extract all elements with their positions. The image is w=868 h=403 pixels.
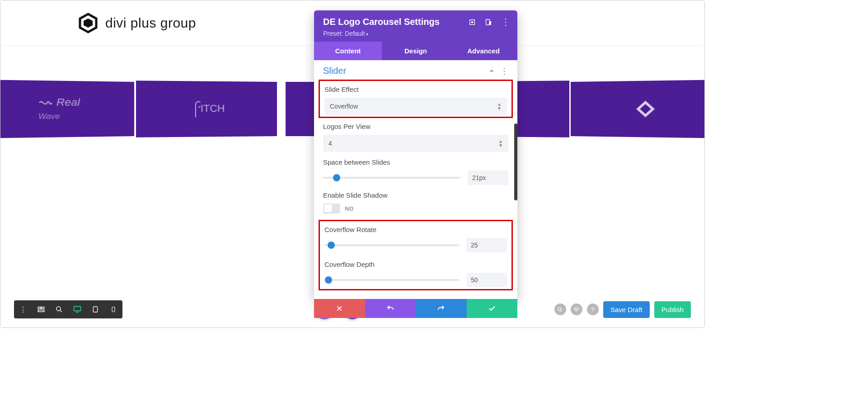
field-logos-per-view: Logos Per View 4 ▲▼ [314, 118, 517, 154]
field-label: Space between Slides [323, 158, 508, 166]
tab-content[interactable]: Content [314, 42, 382, 60]
site-logo: divi plus group [77, 12, 196, 34]
svg-rect-7 [38, 307, 41, 309]
svg-point-10 [56, 307, 61, 311]
tab-advanced[interactable]: Advanced [450, 42, 517, 60]
logos-per-view-select[interactable]: 4 ▲▼ [323, 135, 508, 152]
svg-rect-9 [38, 310, 44, 312]
save-draft-button[interactable]: Save Draft [603, 301, 650, 318]
field-label: Slide Effect [324, 85, 507, 93]
modal-preset[interactable]: Preset: Default▾ [323, 30, 508, 37]
kebab-icon[interactable]: ⋮ [500, 66, 508, 76]
slider-thumb[interactable] [328, 242, 335, 249]
chevron-up-icon[interactable] [488, 68, 495, 74]
undo-icon [386, 304, 394, 313]
space-between-value[interactable]: 21px [468, 171, 508, 185]
svg-rect-8 [42, 307, 44, 309]
svg-point-15 [558, 308, 562, 311]
check-icon [488, 304, 496, 313]
carousel-tile: ITCH [136, 81, 277, 137]
select-value: Coverflow [330, 103, 358, 110]
kebab-icon[interactable]: ⋮ [501, 19, 508, 26]
svg-rect-11 [74, 306, 81, 311]
toggle-knob [324, 204, 332, 213]
layers-icon[interactable] [571, 303, 582, 315]
section-header-slider[interactable]: Slider ⋮ [314, 60, 517, 80]
coverflow-rotate-value[interactable]: 25 [466, 238, 507, 252]
field-label: Logos Per View [323, 123, 508, 130]
logo-pitch: ITCH [191, 100, 225, 118]
wireframe-view-icon[interactable] [32, 300, 50, 318]
view-controls: ⋮ [14, 300, 122, 318]
svg-rect-13 [112, 307, 115, 312]
modal-body: Slider ⋮ Slide Effect Coverflow ▲▼ Logos… [314, 60, 517, 295]
slide-effect-select[interactable]: Coverflow ▲▼ [324, 98, 507, 115]
field-enable-shadow: Enable Slide Shadow NO [314, 187, 517, 215]
site-brand-text: divi plus group [105, 15, 196, 31]
settings-modal: DE Logo Carousel Settings ⋮ Preset: Defa… [314, 10, 517, 300]
field-coverflow-group: Coverflow Rotate 25 Coverflow Depth 50 [319, 220, 513, 290]
modal-header: DE Logo Carousel Settings ⋮ Preset: Defa… [314, 10, 517, 42]
publish-button[interactable]: Publish [654, 301, 691, 318]
svg-rect-12 [93, 307, 97, 312]
section-title: Slider [323, 66, 346, 76]
slider-thumb[interactable] [333, 174, 340, 181]
modal-cancel-button[interactable] [314, 299, 365, 318]
svg-rect-6 [489, 21, 491, 25]
select-value: 4 [328, 140, 332, 147]
enable-shadow-toggle[interactable] [323, 204, 340, 213]
menu-icon[interactable]: ⋮ [14, 300, 32, 318]
modal-undo-button[interactable] [365, 299, 416, 318]
coverflow-depth-value[interactable]: 50 [466, 273, 507, 287]
tab-design[interactable]: Design [382, 42, 450, 60]
svg-marker-1 [84, 19, 93, 28]
select-arrows-icon: ▲▼ [497, 102, 502, 110]
redo-icon [437, 304, 445, 313]
field-label: Coverflow Depth [324, 261, 507, 268]
scrollbar-thumb[interactable] [514, 123, 517, 200]
expand-icon[interactable] [469, 19, 476, 26]
brand-hex-icon [77, 12, 99, 34]
modal-redo-button[interactable] [416, 299, 467, 318]
svg-rect-2 [638, 102, 653, 115]
desktop-view-icon[interactable] [68, 300, 86, 318]
zoom-view-icon[interactable] [50, 300, 68, 318]
wave-icon [38, 96, 53, 109]
builder-right-controls: ? Save Draft Publish [554, 301, 691, 318]
field-slide-effect-group: Slide Effect Coverflow ▲▼ [319, 80, 513, 118]
phone-view-icon[interactable] [104, 300, 122, 318]
svg-rect-4 [471, 21, 473, 23]
pitch-icon [191, 100, 200, 118]
tablet-view-icon[interactable] [86, 300, 104, 318]
slider-thumb[interactable] [325, 276, 332, 284]
carousel-tile [571, 80, 705, 138]
help-icon[interactable]: ? [587, 303, 599, 315]
field-label: Enable Slide Shadow [323, 191, 508, 199]
modal-confirm-button[interactable] [467, 299, 518, 318]
logo-realwave: Real Wave [38, 96, 80, 122]
diamond-icon [635, 100, 656, 119]
space-between-slider[interactable] [323, 177, 460, 179]
carousel-tile: Real Wave [0, 80, 134, 138]
modal-footer [314, 299, 517, 318]
coverflow-depth-slider[interactable] [324, 279, 459, 281]
responsive-icon[interactable] [485, 19, 492, 26]
modal-title: DE Logo Carousel Settings [323, 17, 440, 27]
close-icon [336, 305, 343, 312]
search-icon[interactable] [554, 303, 566, 315]
select-arrows-icon: ▲▼ [498, 139, 503, 147]
field-space-between: Space between Slides 21px [314, 154, 517, 187]
field-label: Coverflow Rotate [324, 226, 507, 233]
toggle-state-label: NO [345, 205, 354, 212]
modal-tabs: Content Design Advanced [314, 42, 517, 60]
coverflow-rotate-slider[interactable] [324, 244, 459, 246]
